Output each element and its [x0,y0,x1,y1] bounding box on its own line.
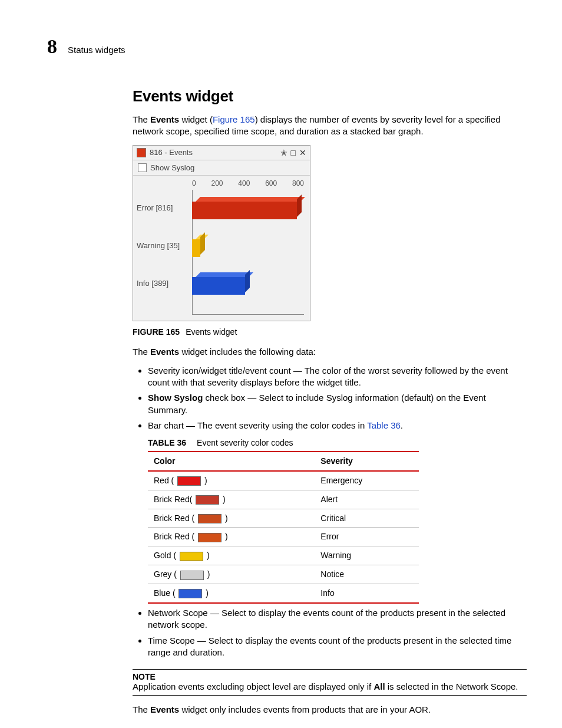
note-rule-top [133,669,527,670]
note-text: Application events excluding object leve… [133,681,527,691]
table-title: Event severity color codes [197,438,293,447]
paren-close: ) [205,569,210,579]
show-syslog-label: Show Syslog [150,163,194,172]
figure-text: Events widget [186,327,237,337]
color-swatch [178,589,202,598]
table-row: Brick Red( )Alert [148,490,419,509]
bar-row-error: Error [816] [137,197,192,219]
events-bold: Events [150,347,179,357]
color-swatch [198,533,222,542]
color-cell: Brick Red ( ) [148,528,315,546]
bullet-list-1: Severity icon/widget title/event count —… [133,365,527,658]
tick: 400 [238,179,250,187]
text: Bar chart — The event severity using the… [148,420,367,430]
window-controls: ✭ □ ✕ [280,148,306,157]
col-severity: Severity [315,452,419,471]
severity-icon [137,148,146,157]
widget-title: 816 - Events [150,148,280,157]
tick: 0 [192,179,196,187]
paren-close: ) [223,513,228,523]
paren-close: ) [204,551,210,560]
widget-titlebar: 816 - Events ✭ □ ✕ [133,146,310,160]
show-syslog-checkbox[interactable] [138,163,147,172]
color-cell: Red ( ) [148,471,315,490]
x-axis-ticks: 0 200 400 600 800 [192,179,304,187]
show-syslog-row: Show Syslog [133,160,310,176]
severity-color-table: Color Severity Red ( )EmergencyBrick Red… [148,451,419,604]
tick: 600 [265,179,277,187]
tick: 800 [292,179,304,187]
figure-number: FIGURE 165 [133,327,180,337]
note-rule-bottom [133,695,527,696]
bar-label: Warning [35] [137,241,187,250]
color-name: Brick Red ( [154,513,197,523]
text: widget includes the following data: [179,347,316,357]
events-bold: Events [150,114,179,124]
closing-paragraph: The Events widget only includes events f… [133,704,527,716]
color-name: Gold ( [154,551,178,560]
color-cell: Gold ( ) [148,546,315,565]
color-cell: Blue ( ) [148,584,315,603]
color-name: Red ( [154,476,176,485]
text: . [401,420,403,430]
text: is selected in the Network Scope. [385,681,518,691]
tick: 200 [211,179,223,187]
list-item: Bar chart — The event severity using the… [148,420,527,604]
list-item: Time Scope — Select to display the event… [148,635,527,659]
close-icon[interactable]: ✕ [299,148,306,157]
paren-close: ) [203,588,209,598]
bar-chart: 0 200 400 600 800 Error [816] [133,176,310,321]
bar-label: Info [389] [137,279,187,288]
events-widget-screenshot: 816 - Events ✭ □ ✕ Show Syslog 0 200 400… [133,145,310,321]
severity-cell: Emergency [315,471,419,490]
note-label: NOTE [133,672,527,681]
table-row: Brick Red ( )Error [148,528,419,546]
show-syslog-bold: Show Syslog [148,393,203,403]
table-number: TABLE 36 [148,438,186,447]
color-name: Blue ( [154,588,177,598]
table-row: Blue ( )Info [148,584,419,603]
page: 8 Status widgets Events widget The Event… [0,0,562,728]
page-header: 8 Status widgets [47,35,527,58]
bar-row-info: Info [389] [137,272,192,295]
text: The [133,704,150,714]
paren-close: ) [202,476,207,485]
table-row: Red ( )Emergency [148,471,419,490]
text: Application events excluding object leve… [133,681,373,691]
table-link[interactable]: Table 36 [367,420,401,430]
text: The [133,347,150,357]
collapse-icon[interactable]: ✭ [280,148,287,157]
paren-close: ) [220,495,226,504]
figure-caption: FIGURE 165Events widget [133,327,527,337]
section-title: Events widget [133,87,527,106]
paren-close: ) [223,532,228,541]
color-cell: Brick Red ( ) [148,509,315,528]
chapter-number: 8 [47,35,57,58]
color-swatch [180,571,204,580]
includes-lead: The Events widget includes the following… [133,346,527,358]
list-item: Show Syslog check box — Select to includ… [148,392,527,416]
severity-cell: Warning [315,546,419,565]
table-row: Grey ( )Notice [148,565,419,584]
list-item: Network Scope — Select to display the ev… [148,607,527,631]
table-header-row: Color Severity [148,452,419,471]
content-column: Events widget The Events widget (Figure … [133,87,527,716]
table-caption: TABLE 36Event severity color codes [148,437,527,449]
color-name: Brick Red ( [154,532,197,541]
figure-link[interactable]: Figure 165 [213,114,255,124]
maximize-icon[interactable]: □ [291,148,296,157]
severity-cell: Info [315,584,419,603]
color-cell: Grey ( ) [148,565,315,584]
color-cell: Brick Red( ) [148,490,315,509]
col-color: Color [148,452,315,471]
bar-row-warning: Warning [35] [137,235,192,257]
text: The [133,114,150,124]
severity-cell: Error [315,528,419,546]
all-bold: All [373,681,385,691]
color-swatch [196,495,219,505]
color-swatch [177,476,201,486]
severity-cell: Notice [315,565,419,584]
text: widget only includes events from product… [179,704,431,714]
color-name: Grey ( [154,569,179,579]
x-axis-line [192,314,304,315]
